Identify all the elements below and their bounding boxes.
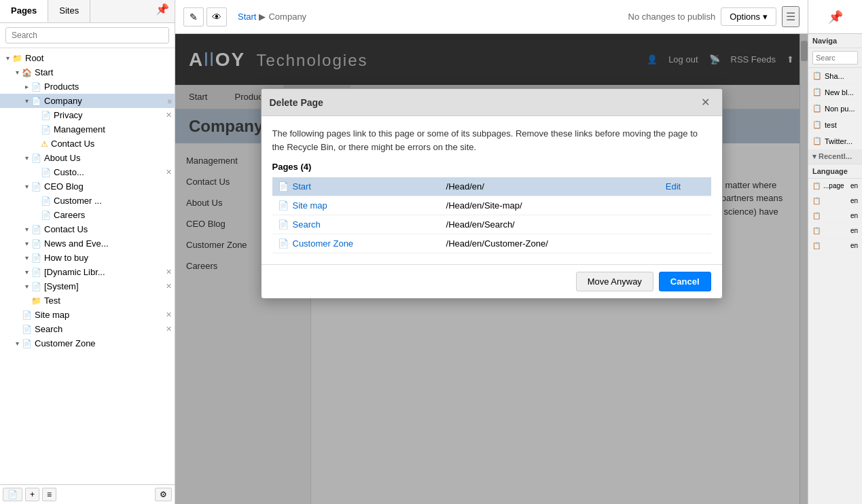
tree-label-company: Company (44, 96, 82, 106)
expand-icon-root: ▾ (3, 54, 12, 62)
tree-item-contact-2[interactable]: ▾ 📄 Contact Us (0, 222, 175, 236)
privacy-action-icon[interactable]: ✕ (166, 111, 172, 120)
tree-item-company[interactable]: ▾ 📄 Company ≡ (0, 94, 175, 108)
tree-label-about: About Us (44, 153, 80, 163)
list-view-button[interactable]: ≡ (42, 488, 56, 501)
top-tools: ✎ 👁 (183, 7, 227, 26)
tree-item-careers[interactable]: 📄 Careers (0, 208, 175, 222)
expand-icon-custo (31, 168, 41, 176)
page-link-customer-zone[interactable]: 📄 Customer Zone (278, 238, 435, 249)
right-recent-item-3[interactable]: 📋 en (808, 209, 862, 223)
tree-item-dynamic[interactable]: ▾ 📄 [Dynamic Libr... ✕ (0, 265, 175, 279)
sidebar-search-bar (0, 23, 175, 48)
sidebar-search-input[interactable] (5, 27, 169, 43)
tree-item-contact-us-1[interactable]: ⚠ Contact Us (0, 137, 175, 151)
tree-item-system[interactable]: ▾ 📄 [System] ✕ (0, 279, 175, 293)
tree-item-custo[interactable]: 📄 Custo... ✕ (0, 165, 175, 179)
preview-button[interactable]: 👁 (206, 7, 227, 26)
dialog-header: Delete Page ✕ (262, 89, 722, 116)
tree-item-how-to-buy[interactable]: ▾ 📄 How to buy (0, 251, 175, 265)
sitemap-action-icon[interactable]: ✕ (166, 310, 172, 319)
right-language-header: Language (808, 164, 862, 179)
dialog-close-button[interactable]: ✕ (697, 94, 714, 110)
table-row: 📄 Site map /Head/en/Site-map/ (272, 196, 711, 215)
table-edit-2 (660, 196, 711, 215)
move-anyway-button[interactable]: Move Anyway (576, 272, 653, 291)
company-action-icon[interactable]: ≡ (168, 97, 172, 105)
edit-link-1[interactable]: Edit (666, 181, 681, 192)
right-recent-en-5: en (850, 242, 858, 249)
table-row: 📄 Start /Head/en/ Edit (272, 177, 711, 196)
top-bar-right: No changes to publish Options ▾ ☰ (628, 6, 800, 27)
contact2-icon: 📄 (31, 225, 41, 234)
tree-item-root[interactable]: ▾ 📁 Root (0, 51, 175, 65)
tree-item-privacy[interactable]: 📄 Privacy ✕ (0, 108, 175, 122)
table-row: 📄 Customer Zone /Head/en/Customer-Zone/ (272, 234, 711, 253)
tree-item-ceo-blog[interactable]: ▾ 📄 CEO Blog (0, 179, 175, 194)
tree-item-customer-zone[interactable]: ▾ 📄 Customer Zone (0, 336, 175, 350)
add-button[interactable]: + (25, 488, 39, 501)
edit-mode-button[interactable]: ✎ (183, 7, 204, 26)
right-item-twitter[interactable]: 📋 Twitter... (808, 133, 862, 149)
right-label-nonpu: Non pu... (825, 105, 855, 113)
right-recent-item-1[interactable]: 📋 ...page en (808, 179, 862, 194)
tree-item-products[interactable]: ▸ 📄 Products (0, 79, 175, 94)
page-link-start[interactable]: 📄 Start (278, 181, 435, 192)
add-page-icon: 📄 (3, 488, 22, 501)
page-name-4: Customer Zone (293, 238, 354, 249)
right-recent-item-4[interactable]: 📋 en (808, 223, 862, 238)
table-edit-3 (660, 215, 711, 234)
page-link-search[interactable]: 📄 Search (278, 219, 435, 230)
tree-item-management[interactable]: 📄 Management (0, 122, 175, 137)
tree-label-customer-zone: Customer Zone (35, 338, 96, 348)
right-item-test[interactable]: 📋 test (808, 117, 862, 133)
tree-item-start[interactable]: ▾ 🏠 Start (0, 65, 175, 79)
tree-item-search[interactable]: 📄 Search ✕ (0, 322, 175, 336)
expand-icon-system: ▾ (22, 283, 31, 290)
page-doc-icon-4: 📄 (278, 238, 289, 249)
center-area: ✎ 👁 Start ▶ Company No changes to publis… (175, 0, 808, 504)
right-recent-item-5[interactable]: 📋 en (808, 238, 862, 253)
right-shared-item[interactable]: 📋 Sha... (808, 68, 862, 84)
expand-icon-careers (31, 211, 41, 219)
right-label-test: test (825, 121, 837, 129)
right-item-newbl[interactable]: 📋 New bl... (808, 84, 862, 101)
tree-item-customer-2[interactable]: 📄 Customer ... (0, 194, 175, 208)
page-link-sitemap[interactable]: 📄 Site map (278, 200, 435, 211)
search-action-icon[interactable]: ✕ (166, 325, 172, 334)
tree-item-site-map[interactable]: 📄 Site map ✕ (0, 308, 175, 322)
tree-item-about-us[interactable]: ▾ 📄 About Us (0, 151, 175, 165)
tree-label-management: Management (54, 124, 105, 134)
right-item-nonpu[interactable]: 📋 Non pu... (808, 101, 862, 117)
custo-action-icon[interactable]: ✕ (166, 168, 172, 177)
pin-right-icon: 📌 (828, 10, 843, 24)
breadcrumb-start[interactable]: Start (238, 12, 256, 22)
search-page-icon: 📄 (22, 325, 32, 334)
right-search-input[interactable] (812, 51, 858, 65)
tree-item-news[interactable]: ▾ 📄 News and Eve... (0, 236, 175, 251)
right-recent-label: Recentl... (819, 152, 852, 160)
expand-icon-company: ▾ (22, 97, 31, 105)
custo-icon: 📄 (41, 168, 51, 177)
dialog-pages-table: 📄 Start /Head/en/ Edit (272, 177, 711, 253)
options-button[interactable]: Options ▾ (721, 7, 776, 26)
products-icon: 📄 (31, 82, 41, 92)
cancel-button[interactable]: Cancel (659, 272, 711, 291)
table-cell-icon-4: 📄 Customer Zone (272, 234, 441, 253)
dynamic-action-icon[interactable]: ✕ (166, 268, 172, 276)
options-label: Options (730, 12, 760, 22)
table-edit-4 (660, 234, 711, 253)
sidebar-bottom-left: 📄 + ≡ (3, 488, 56, 501)
table-cell-icon: 📄 Start (272, 177, 441, 196)
system-action-icon[interactable]: ✕ (166, 282, 172, 291)
tree-item-test[interactable]: 📁 Test (0, 293, 175, 308)
management-icon: 📄 (41, 125, 51, 134)
settings-button[interactable]: ⚙ (155, 488, 172, 501)
tree-label-products: Products (44, 82, 79, 92)
list-icon-button[interactable]: ☰ (782, 6, 800, 27)
tab-sites[interactable]: Sites (48, 0, 90, 22)
tree-label-root: Root (25, 53, 43, 63)
tab-pages[interactable]: Pages (0, 0, 48, 22)
tree-label-dynamic: [Dynamic Libr... (44, 267, 105, 277)
right-recent-item-2[interactable]: 📋 en (808, 194, 862, 209)
